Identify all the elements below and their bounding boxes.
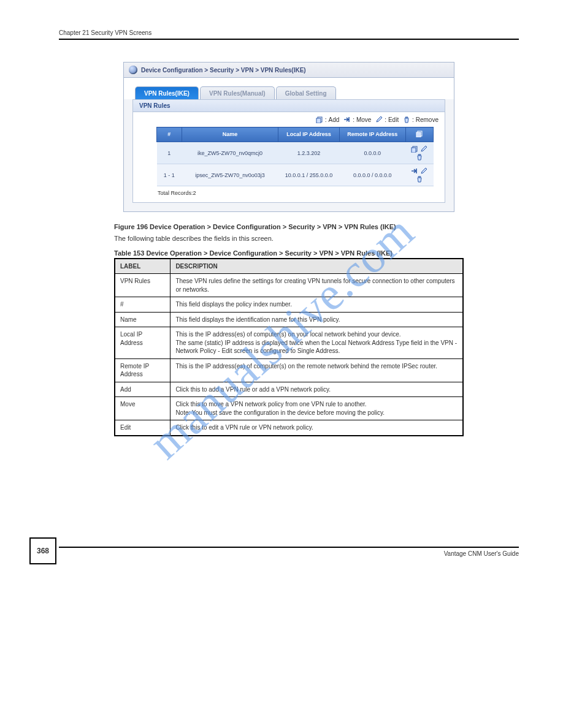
tab-vpn-rules-manual[interactable]: VPN Rules(Manual)	[200, 86, 275, 99]
desc-label: Move	[115, 397, 170, 420]
desc-label: Remote IP Address	[115, 358, 170, 382]
col-local[interactable]: Local IP Address	[278, 127, 339, 142]
figure-caption: Figure 196 Device Operation > Device Con…	[114, 223, 464, 230]
tab-row: VPN Rules(IKE) VPN Rules(Manual) Global …	[124, 78, 454, 99]
desc-label: Name	[115, 312, 170, 327]
cell-name: ipsec_ZW5-ZW70_nv0o03j3	[182, 164, 278, 186]
col-remote[interactable]: Remote IP Address	[339, 127, 405, 142]
svg-rect-3	[416, 132, 421, 137]
figure-wrapper: Device Configuration > Security > VPN > …	[59, 62, 519, 212]
desc-head-desc: DESCRIPTION	[170, 259, 463, 274]
col-name[interactable]: Name	[182, 127, 278, 142]
desc-text: This field displays the policy index num…	[170, 297, 463, 313]
desc-label: #	[115, 297, 170, 313]
orb-icon	[129, 66, 137, 74]
tab-vpn-rules-ike[interactable]: VPN Rules(IKE)	[135, 86, 199, 99]
edit-icon[interactable]	[420, 167, 427, 175]
col-actions[interactable]	[405, 127, 433, 142]
toolbar-remove-label: Remove	[416, 116, 439, 123]
edit-icon[interactable]	[375, 116, 383, 123]
toolbar-edit-label: Edit	[388, 116, 399, 123]
desc-text: This is the IP address(es) of computer(s…	[170, 358, 463, 382]
app-panel: Device Configuration > Security > VPN > …	[123, 62, 454, 212]
intro-body: The following table describes the fields…	[114, 234, 464, 243]
page-number: 368	[29, 537, 56, 564]
section-title: VPN Rules	[133, 100, 445, 112]
breadcrumb-text: Device Configuration > Security > VPN > …	[141, 67, 306, 74]
chapter-heading: Chapter 21 Security VPN Screens	[59, 29, 519, 36]
add-icon[interactable]	[411, 145, 418, 153]
desc-label: Edit	[115, 420, 170, 436]
cell-actions	[405, 164, 433, 186]
description-table: LABEL DESCRIPTION VPN RulesThese VPN rul…	[114, 258, 464, 436]
tab-global-setting[interactable]: Global Setting	[276, 86, 336, 99]
cell-idx: 1 - 1	[157, 164, 182, 186]
rules-table: # Name Local IP Address Remote IP Addres…	[156, 127, 434, 186]
desc-text: Click this to move a VPN network policy …	[170, 397, 463, 420]
edit-icon[interactable]	[420, 145, 427, 153]
table-row: 1 - 1 ipsec_ZW5-ZW70_nv0o03j3 10.0.0.1 /…	[157, 164, 434, 186]
table-row: 1 ike_ZW5-ZW70_nv0qmcj0 1.2.3.202 0.0.0.…	[157, 142, 434, 164]
cell-local: 1.2.3.202	[278, 142, 339, 164]
desc-text: Click this to edit a VPN rule or VPN net…	[170, 420, 463, 436]
breadcrumb: Device Configuration > Security > VPN > …	[124, 63, 454, 78]
desc-text: Click this to add a VPN rule or add a VP…	[170, 382, 463, 397]
table-caption: Table 153 Device Operation > Device Conf…	[114, 249, 464, 257]
desc-text: These VPN rules define the settings for …	[170, 274, 463, 297]
svg-rect-5	[412, 148, 416, 153]
desc-head-label: LABEL	[115, 259, 170, 274]
add-icon	[416, 130, 423, 137]
total-records: Total Records:2	[133, 186, 445, 202]
desc-text: This field displays the identification n…	[170, 312, 463, 327]
svg-rect-1	[316, 118, 321, 123]
desc-label: Local IP Address	[115, 327, 170, 359]
cell-local: 10.0.0.1 / 255.0.0.0	[278, 164, 339, 186]
move-icon[interactable]	[343, 116, 351, 123]
remove-icon[interactable]	[416, 153, 423, 161]
toolbar-move-label: Move	[356, 116, 371, 123]
cell-remote: 0.0.0.0	[339, 142, 405, 164]
move-icon[interactable]	[411, 167, 418, 175]
desc-text: This is the IP address(es) of computer(s…	[170, 327, 463, 359]
cell-actions	[405, 142, 433, 164]
add-icon[interactable]	[316, 116, 323, 123]
cell-remote: 0.0.0.0 / 0.0.0.0	[339, 164, 405, 186]
remove-icon[interactable]	[416, 175, 423, 183]
cell-name: ike_ZW5-ZW70_nv0qmcj0	[182, 142, 278, 164]
toolbar: : Add : Move : Edit : Remove	[133, 112, 445, 127]
col-idx[interactable]: #	[157, 127, 182, 142]
cell-idx: 1	[157, 142, 182, 164]
header-rule	[59, 39, 519, 40]
desc-label: Add	[115, 382, 170, 397]
toolbar-add-label: Add	[329, 116, 340, 123]
remove-icon[interactable]	[403, 116, 410, 123]
footer-text: Vantage CNM User's Guide	[59, 548, 519, 557]
desc-label: VPN Rules	[115, 274, 170, 297]
inner-frame: VPN Rules : Add : Move : Edit	[132, 99, 445, 203]
